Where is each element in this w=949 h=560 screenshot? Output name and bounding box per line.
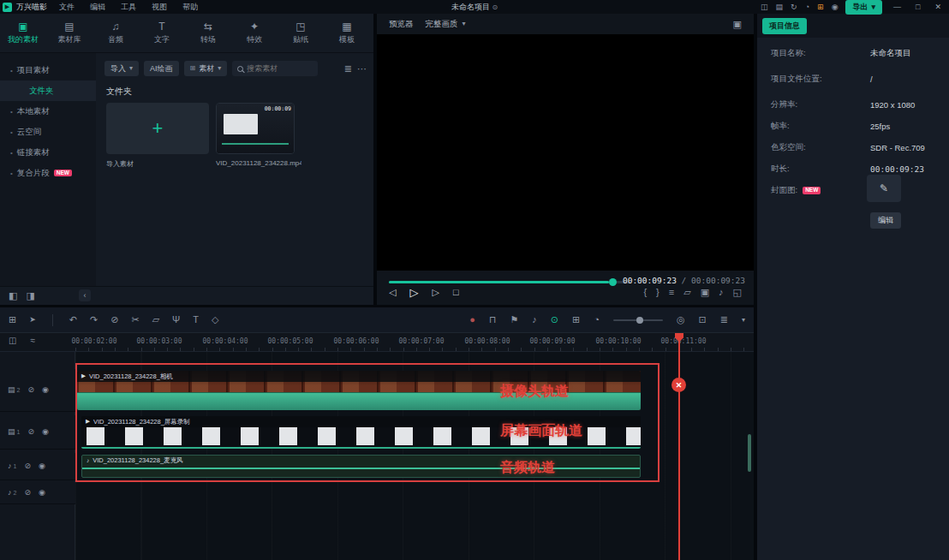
- preview-viewport[interactable]: [377, 34, 754, 271]
- mark-in-icon[interactable]: {: [643, 288, 647, 297]
- panel-icon[interactable]: ▤: [776, 3, 784, 11]
- add-text-icon[interactable]: T: [193, 315, 199, 325]
- magnet-icon[interactable]: ⊓: [489, 315, 497, 325]
- export-button[interactable]: 导出 ▾: [845, 0, 882, 15]
- tab-templates[interactable]: ▦ 模板: [324, 14, 370, 52]
- render-preview-icon[interactable]: ⊙: [551, 315, 558, 325]
- menu-help[interactable]: 帮助: [182, 2, 198, 13]
- ai-paint-button[interactable]: AI绘画: [144, 61, 179, 76]
- import-media-card[interactable]: +: [106, 103, 209, 154]
- user-icon[interactable]: ◉: [832, 3, 839, 11]
- tab-effects[interactable]: ✦ 特效: [231, 14, 278, 52]
- voiceover-icon[interactable]: Ψ: [172, 315, 180, 325]
- lock-icon[interactable]: ⊘: [27, 428, 34, 436]
- record-icon[interactable]: ●: [469, 315, 475, 325]
- track-height-icon[interactable]: ≣: [720, 315, 728, 325]
- clip-filename: VID_20231128_234228.mp4: [216, 159, 301, 167]
- lock-icon[interactable]: ⊘: [24, 489, 31, 497]
- crop-preview-icon[interactable]: ▱: [683, 288, 690, 297]
- play-icon[interactable]: ▷: [409, 287, 418, 298]
- stop-icon[interactable]: □: [453, 288, 459, 297]
- thumb-window-shape: [224, 114, 258, 134]
- timeline-ruler[interactable]: ◫ ≈ 00:00:02:00 00:00:03:00 00:00:04:00 …: [0, 333, 754, 352]
- media-view-icon[interactable]: ⊞: [9, 315, 16, 325]
- sidebar-item-folder[interactable]: 文件夹: [0, 80, 96, 101]
- clip-label: ▶ VID_20231128_234228_相机: [77, 371, 641, 382]
- sync-icon[interactable]: ↻: [791, 3, 797, 11]
- grid-icon[interactable]: ⊞: [572, 315, 580, 325]
- split-icon[interactable]: ✂: [131, 315, 139, 325]
- edit-button[interactable]: 编辑: [870, 212, 901, 229]
- more-icon[interactable]: ⋯: [357, 64, 367, 74]
- next-frame-icon[interactable]: ▷: [432, 288, 439, 297]
- chevron-down-icon[interactable]: ▾: [742, 317, 745, 324]
- lock-icon[interactable]: ⊘: [27, 386, 34, 394]
- timeline-scrollbar[interactable]: [748, 434, 751, 472]
- fit-timeline-icon[interactable]: ⊡: [699, 315, 707, 325]
- filter-icon[interactable]: ≣: [344, 64, 352, 74]
- cart-icon[interactable]: ⊞: [817, 3, 824, 11]
- menu-edit[interactable]: 编辑: [90, 2, 105, 13]
- list-view-icon[interactable]: ◨: [26, 291, 34, 301]
- tab-stickers[interactable]: ◳ 贴纸: [278, 14, 324, 52]
- zoom-slider-handle[interactable]: [636, 317, 643, 324]
- visibility-icon[interactable]: ◉: [42, 428, 49, 436]
- redo-icon[interactable]: ↷: [90, 315, 98, 325]
- grid-view-icon[interactable]: ◧: [9, 291, 17, 301]
- sidebar-item-linked-media[interactable]: • 链接素材: [0, 142, 96, 163]
- minimize-button[interactable]: —: [890, 3, 904, 11]
- tab-stock-media[interactable]: ▤ 素材库: [46, 14, 93, 52]
- sidebar-item-local-media[interactable]: • 本地素材: [0, 101, 96, 122]
- effects-icon: ✦: [250, 21, 259, 32]
- zoom-slider[interactable]: [613, 319, 663, 321]
- sidebar-item-project-media[interactable]: • 项目素材: [0, 60, 96, 80]
- waveform-view-icon[interactable]: ≈: [30, 337, 35, 345]
- close-button[interactable]: ✕: [931, 3, 945, 11]
- quality-dropdown[interactable]: 完整画质 ▾: [426, 19, 466, 30]
- maximize-button[interactable]: □: [912, 3, 923, 11]
- material-filter-button[interactable]: ⊞ 素材 ▾: [184, 61, 228, 76]
- select-tool-icon[interactable]: ➤: [29, 316, 36, 324]
- sidebar-item-compound-clip[interactable]: • 复合片段 NEW: [0, 163, 96, 183]
- snapshot-icon[interactable]: ▣: [701, 288, 709, 297]
- menu-view[interactable]: 视图: [152, 2, 167, 13]
- preview-options-icon[interactable]: ≡: [669, 288, 674, 297]
- delete-icon[interactable]: ⊘: [110, 315, 118, 325]
- render-time-icon[interactable]: ◔: [594, 315, 600, 325]
- tab-audio[interactable]: ♫ 音频: [93, 14, 139, 52]
- thumb-timeline-shape: [222, 143, 289, 145]
- track-view-icon[interactable]: ◫: [9, 337, 16, 345]
- mark-out-icon[interactable]: }: [656, 288, 660, 297]
- playhead-line[interactable]: [678, 333, 680, 560]
- visibility-icon[interactable]: ◉: [42, 386, 49, 394]
- lock-icon[interactable]: ⊘: [24, 462, 31, 470]
- search-input[interactable]: [247, 64, 307, 73]
- marker-icon[interactable]: ⚑: [510, 315, 518, 325]
- edit-cover-button[interactable]: ✎: [867, 175, 901, 202]
- tab-project-info[interactable]: 项目信息: [762, 18, 807, 34]
- display-mode-icon[interactable]: ▣: [733, 20, 742, 29]
- mute-icon[interactable]: ◉: [39, 462, 45, 470]
- project-settings-icon[interactable]: ⊙: [492, 4, 498, 11]
- sidebar-item-cloud[interactable]: • 云空间: [0, 122, 96, 142]
- notifications-icon[interactable]: ◔: [805, 3, 809, 11]
- tab-my-media[interactable]: ▣ 我的素材: [0, 14, 46, 52]
- layout-icon[interactable]: ◫: [761, 3, 768, 11]
- import-button[interactable]: 导入 ▾: [104, 61, 139, 76]
- fullscreen-icon[interactable]: ◱: [733, 288, 742, 297]
- keyframe-icon[interactable]: ◇: [212, 315, 218, 325]
- collapse-sidebar-button[interactable]: ‹: [79, 289, 91, 301]
- tab-transitions[interactable]: ⇆ 转场: [185, 14, 231, 52]
- undo-icon[interactable]: ↶: [69, 315, 77, 325]
- crop-icon[interactable]: ▱: [152, 315, 159, 325]
- mute-icon[interactable]: ◉: [39, 489, 45, 497]
- menu-file[interactable]: 文件: [59, 2, 75, 13]
- media-clip-thumbnail[interactable]: 00:00:09: [216, 103, 295, 154]
- mute-track-icon[interactable]: ♪: [532, 315, 537, 325]
- tab-text[interactable]: T 文字: [139, 14, 185, 52]
- previous-frame-icon[interactable]: ◁: [389, 288, 396, 297]
- microphone-clip[interactable]: ♪ VID_20231128_234228_麦克风: [81, 455, 641, 478]
- speaker-icon[interactable]: ♪: [719, 288, 724, 297]
- menu-tools[interactable]: 工具: [121, 2, 136, 13]
- zoom-info-icon[interactable]: ◎: [677, 315, 685, 325]
